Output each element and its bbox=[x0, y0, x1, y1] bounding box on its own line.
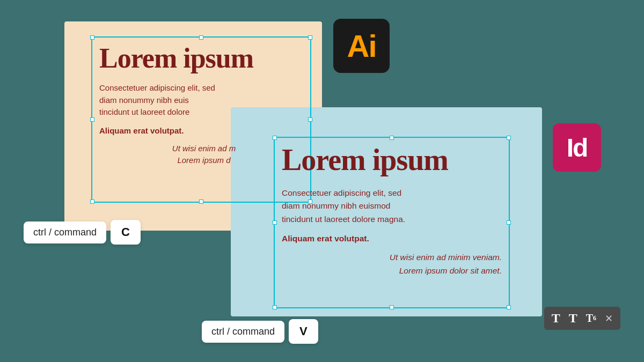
paste-key: V bbox=[289, 319, 318, 344]
copy-modifier-key: ctrl / command bbox=[24, 221, 106, 243]
peach-card-content: Lorem ipsum Consectetuer adipiscing elit… bbox=[99, 43, 309, 167]
peach-card-italic: Ut wisi enim ad mLorem ipsum d bbox=[99, 143, 309, 167]
id-icon-label: Id bbox=[567, 133, 588, 162]
blue-card-title: Lorem ipsum bbox=[282, 144, 502, 177]
adobe-indesign-icon: Id bbox=[553, 123, 601, 172]
text-format-normal[interactable]: T bbox=[550, 310, 562, 327]
peach-card-title: Lorem ipsum bbox=[99, 43, 309, 73]
text-toolbar: T T T6 ✕ bbox=[544, 307, 620, 330]
blue-card-italic: Ut wisi enim ad minim veniam.Lorem ipsum… bbox=[282, 251, 502, 278]
text-format-bold[interactable]: T bbox=[567, 310, 580, 327]
text-toolbar-close[interactable]: ✕ bbox=[603, 312, 615, 326]
peach-card-bold: Aliquam erat volutpat. bbox=[99, 126, 309, 135]
paste-modifier-key: ctrl / command bbox=[202, 321, 284, 343]
blue-card-bold: Aliquam erat volutpat. bbox=[282, 234, 502, 243]
shortcut-copy: ctrl / command C bbox=[24, 220, 141, 245]
blue-card-body: Consectetuer adipiscing elit, seddiam no… bbox=[282, 187, 502, 226]
shortcut-paste: ctrl / command V bbox=[202, 319, 318, 344]
ai-icon-label: Ai bbox=[347, 28, 376, 64]
peach-card-body: Consectetuer adipiscing elit, seddiam no… bbox=[99, 82, 309, 119]
adobe-illustrator-icon: Ai bbox=[333, 19, 390, 73]
copy-key: C bbox=[111, 220, 141, 245]
blue-card-content: Lorem ipsum Consectetuer adipiscing elit… bbox=[282, 144, 502, 278]
text-format-subscript[interactable]: T6 bbox=[584, 311, 598, 326]
